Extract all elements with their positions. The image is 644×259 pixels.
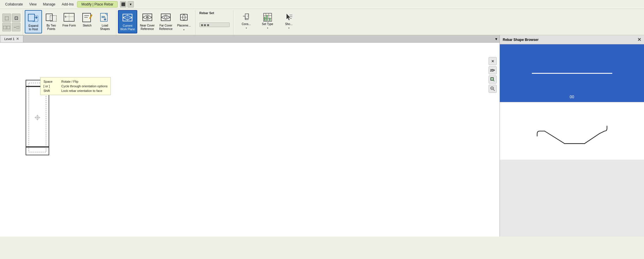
ribbon-toolbar: ⬚ ⊡ ⬚⬚ →⬚ Expandto Host bbox=[0, 9, 644, 35]
expand-to-host-button[interactable]: Expandto Host bbox=[25, 10, 42, 33]
vc-close-btn[interactable]: ✕ bbox=[489, 57, 497, 65]
shortcut-tooltip: Space Rotate / Flip [ or ] Cycle through… bbox=[40, 77, 111, 95]
current-work-plane-button[interactable]: CurrentWork Plane bbox=[118, 10, 138, 33]
toolbar-icon-2[interactable]: ⊡ bbox=[12, 14, 20, 22]
near-cover-reference-label: Near CoverReference bbox=[140, 24, 155, 31]
toolbar-icon-1[interactable]: ⬚ bbox=[2, 14, 11, 22]
tab-level-1[interactable]: Level 1 ✕ bbox=[0, 35, 23, 42]
shortcut-key-space: Space bbox=[43, 80, 58, 83]
svg-rect-32 bbox=[269, 18, 270, 21]
shortcut-row-shift: Shift Lock rebar orientation to face bbox=[43, 88, 108, 93]
viewport[interactable]: ✕ 2D▾ bbox=[0, 43, 500, 237]
free-form-button[interactable]: Free Form bbox=[60, 10, 78, 29]
svg-rect-1 bbox=[46, 14, 52, 21]
svg-rect-46 bbox=[26, 146, 49, 148]
menu-manage[interactable]: Manage bbox=[40, 1, 58, 7]
quick-access-toolbar: ⬛ ▾ bbox=[120, 1, 134, 7]
svg-marker-13 bbox=[105, 13, 107, 16]
shortcut-desc-bracket: Cycle through orientation options bbox=[61, 84, 108, 88]
svg-rect-31 bbox=[266, 15, 268, 21]
by-two-points-label: By TwoPoints bbox=[47, 24, 56, 31]
svg-line-42 bbox=[493, 89, 495, 91]
cons-dropdown-arrow: ▾ bbox=[246, 27, 247, 29]
toolbar-icon-3[interactable]: ⬚⬚ bbox=[2, 23, 11, 31]
current-work-plane-icon bbox=[122, 12, 133, 23]
placement-label: Placeme... bbox=[177, 24, 190, 27]
far-cover-reference-button[interactable]: Far CoverReference bbox=[157, 10, 174, 33]
rebar-browser-title: Rebar Shape Browser bbox=[503, 38, 539, 42]
shortcut-desc-shift: Lock rebar orientation to face bbox=[61, 89, 102, 92]
tab-level-1-close[interactable]: ✕ bbox=[16, 37, 19, 41]
svg-rect-0 bbox=[28, 14, 35, 21]
load-shapes-label: LoadShapes bbox=[100, 24, 110, 31]
svg-point-38 bbox=[491, 78, 493, 80]
qa-screen-btn[interactable]: ⬛ bbox=[120, 1, 126, 7]
cons-button[interactable]: Cons... ▾ bbox=[236, 11, 256, 31]
shortcut-desc-space: Rotate / Flip bbox=[61, 80, 78, 83]
free-form-label: Free Form bbox=[62, 24, 76, 27]
toolbar-icon-4[interactable]: →⬚ bbox=[12, 23, 20, 31]
load-shapes-button[interactable]: LoadShapes bbox=[96, 10, 114, 33]
by-two-points-button[interactable]: By TwoPoints bbox=[43, 10, 60, 33]
shape-00-preview[interactable]: 00 bbox=[500, 44, 644, 102]
far-cover-reference-label: Far CoverReference bbox=[159, 24, 172, 31]
drawing-area: Level 1 ✕ ▾ ✕ 2D▾ bbox=[0, 35, 500, 237]
rebar-browser-panel: Rebar Shape Browser ✕ 00 bbox=[500, 35, 644, 237]
vc-zoom-region-btn[interactable] bbox=[489, 75, 497, 84]
menu-addins[interactable]: Add-Ins bbox=[59, 1, 77, 7]
work-plane-group: CurrentWork Plane Near CoverReference bbox=[117, 10, 195, 35]
menu-collaborate[interactable]: Collaborate bbox=[2, 1, 26, 7]
placement-button[interactable]: Placeme... ▾ bbox=[175, 10, 193, 33]
shape-00-label: 00 bbox=[570, 94, 574, 99]
tab-dropdown-btn[interactable]: ▾ bbox=[493, 35, 500, 42]
by-two-points-icon bbox=[45, 12, 57, 23]
svg-rect-8 bbox=[83, 13, 91, 22]
sketch-button[interactable]: Sketch bbox=[79, 10, 96, 29]
tab-level-1-label: Level 1 bbox=[4, 37, 14, 41]
svg-point-20 bbox=[146, 16, 148, 18]
qa-dropdown-btn[interactable]: ▾ bbox=[127, 1, 134, 7]
load-shapes-icon bbox=[99, 12, 111, 23]
svg-rect-15 bbox=[102, 17, 104, 18]
curved-rebar-svg bbox=[535, 108, 609, 154]
vc-2d-btn[interactable]: 2D▾ bbox=[489, 66, 497, 74]
menu-view[interactable]: View bbox=[26, 1, 39, 7]
rebar-browser-close-btn[interactable]: ✕ bbox=[637, 37, 641, 42]
far-cover-reference-icon bbox=[160, 12, 172, 23]
main-area: Level 1 ✕ ▾ ✕ 2D▾ bbox=[0, 35, 644, 237]
set-type-label: Set Type bbox=[262, 22, 273, 26]
straight-rebar-line bbox=[532, 73, 612, 74]
placement-icon bbox=[178, 12, 190, 23]
expand-to-host-icon bbox=[28, 12, 39, 23]
free-form-icon bbox=[63, 12, 75, 23]
sho-button[interactable]: Sho... ▾ bbox=[279, 11, 299, 31]
svg-point-22 bbox=[165, 16, 167, 18]
rebar-set-row1: ◼ ◼ ◼ bbox=[201, 23, 209, 27]
near-cover-reference-icon bbox=[142, 12, 153, 23]
shortcut-row-bracket: [ or ] Cycle through orientation options bbox=[43, 84, 108, 88]
sho-label: Sho... bbox=[285, 22, 293, 26]
cons-icon bbox=[242, 13, 251, 22]
placement-dropdown-arrow: ▾ bbox=[183, 29, 184, 31]
set-type-dropdown-arrow: ▾ bbox=[267, 27, 268, 29]
current-work-plane-label: CurrentWork Plane bbox=[120, 24, 135, 31]
expand-to-host-label: Expandto Host bbox=[28, 24, 38, 31]
viewport-controls: ✕ 2D▾ bbox=[489, 57, 497, 93]
sho-icon bbox=[284, 13, 294, 22]
svg-rect-14 bbox=[102, 16, 105, 17]
svg-rect-30 bbox=[264, 17, 265, 21]
menu-bar: Collaborate View Manage Add-Ins Modify |… bbox=[0, 0, 644, 9]
shortcut-key-shift: Shift bbox=[43, 89, 58, 92]
set-type-button[interactable]: Set Type ▾ bbox=[258, 11, 278, 31]
shape-curved-preview[interactable] bbox=[500, 102, 644, 160]
placement-group: Expandto Host By TwoPoints bbox=[24, 10, 116, 35]
shortcut-key-bracket: [ or ] bbox=[43, 84, 58, 88]
cons-label: Cons... bbox=[242, 22, 251, 26]
near-cover-reference-button[interactable]: Near CoverReference bbox=[138, 10, 157, 33]
sketch-label: Sketch bbox=[83, 24, 92, 27]
tab-bar: Level 1 ✕ ▾ bbox=[0, 35, 500, 43]
set-type-icon bbox=[263, 13, 272, 22]
ribbon-container: Collaborate View Manage Add-Ins Modify |… bbox=[0, 0, 644, 35]
vc-zoom-minus-btn[interactable] bbox=[489, 85, 497, 93]
menu-modify-place-rebar[interactable]: Modify | Place Rebar bbox=[77, 1, 118, 7]
